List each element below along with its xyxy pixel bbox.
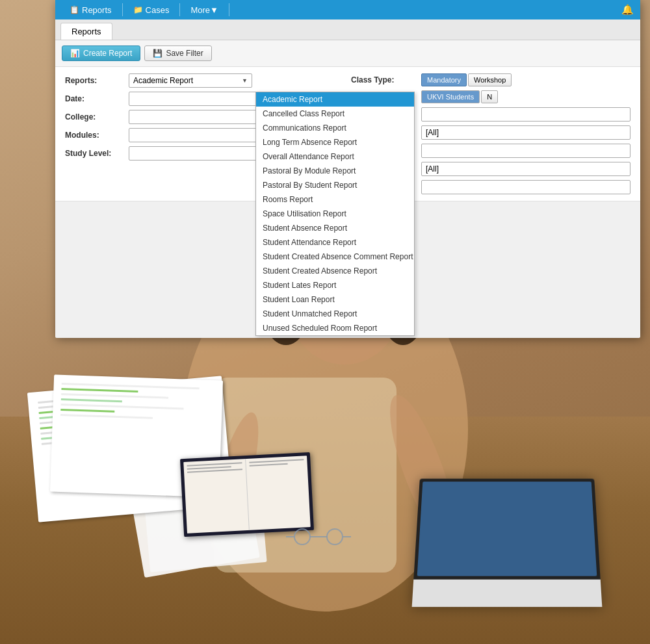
laptop xyxy=(412,479,603,607)
courses-input[interactable] xyxy=(421,125,630,140)
app-window: 📋 Reports 📁 Cases More▼ 🔔 Reports 📊 Crea… xyxy=(55,0,640,338)
dropdown-option-11[interactable]: Student Created Absence Comment Report xyxy=(256,250,414,264)
create-report-button[interactable]: 📊 Create Report xyxy=(62,45,140,61)
year-input[interactable] xyxy=(421,162,630,176)
toolbar: 📊 Create Report 💾 Save Filter xyxy=(55,40,640,67)
book-left-page xyxy=(183,459,249,534)
open-book xyxy=(180,452,314,537)
filter-area: Reports: Academic Report ▼ Academic Repo… xyxy=(55,67,640,201)
bell-icon[interactable]: 🔔 xyxy=(621,4,634,16)
nav-divider-2 xyxy=(179,3,180,16)
dropdown-option-15[interactable]: Student Unmatched Report xyxy=(256,307,414,321)
nationality-buttons: UKVI Students N xyxy=(421,90,630,103)
cases-nav-icon: 📁 xyxy=(133,5,143,14)
filter-columns: Reports: Academic Report ▼ Academic Repo… xyxy=(65,73,630,194)
nav-reports[interactable]: 📋 Reports xyxy=(62,0,120,19)
nationality-n-btn[interactable]: N xyxy=(481,90,498,103)
reports-dropdown-list: Academic Report Cancelled Class Report C… xyxy=(255,92,415,336)
nav-more[interactable]: More▼ xyxy=(183,0,226,19)
class-type-buttons: Mandatory Workshop xyxy=(421,73,630,86)
dropdown-option-7[interactable]: Rooms Report xyxy=(256,192,414,207)
college-year-input[interactable] xyxy=(421,144,630,158)
dropdown-option-1[interactable]: Cancelled Class Report xyxy=(256,107,414,121)
reports-select-wrapper: Academic Report ▼ Academic Report Cancel… xyxy=(129,73,338,88)
date-label: Date: xyxy=(65,94,124,103)
dropdown-option-10[interactable]: Student Attendance Report xyxy=(256,235,414,250)
left-form-grid: Reports: Academic Report ▼ Academic Repo… xyxy=(65,73,338,161)
college-label: College: xyxy=(65,112,124,122)
modules-label: Modules: xyxy=(65,131,124,140)
svg-point-10 xyxy=(294,529,310,545)
reports-dropdown[interactable]: Academic Report ▼ xyxy=(129,73,252,88)
dropdown-option-2[interactable]: Communications Report xyxy=(256,121,414,135)
nav-divider-1 xyxy=(122,3,123,16)
svg-point-11 xyxy=(327,529,343,545)
class-type-workshop-btn[interactable]: Workshop xyxy=(468,73,512,86)
save-filter-icon: 💾 xyxy=(153,49,162,58)
nav-divider-3 xyxy=(229,3,229,16)
book-right-page xyxy=(246,456,311,530)
book-pages xyxy=(183,456,310,534)
ukvi-students-btn[interactable]: UKVI Students xyxy=(421,90,480,103)
dropdown-option-3[interactable]: Long Term Absence Report xyxy=(256,135,414,149)
dropdown-option-12[interactable]: Student Created Absence Report xyxy=(256,264,414,278)
reports-nav-icon: 📋 xyxy=(70,5,79,14)
dropdown-option-13[interactable]: Student Lates Report xyxy=(256,278,414,292)
tab-reports[interactable]: Reports xyxy=(60,23,112,40)
schools-input[interactable] xyxy=(421,107,630,122)
dropdown-option-5[interactable]: Pastoral By Module Report xyxy=(256,164,414,178)
class-type-label: Class Type: xyxy=(351,75,416,84)
dropdown-option-8[interactable]: Space Utilisation Report xyxy=(256,207,414,221)
filter-left-col: Reports: Academic Report ▼ Academic Repo… xyxy=(65,73,338,194)
laptop-screen xyxy=(413,479,600,580)
create-report-icon: 📊 xyxy=(70,49,80,58)
tab-bar: Reports xyxy=(55,19,640,40)
reports-label: Reports: xyxy=(65,76,124,85)
nav-cases[interactable]: 📁 Cases xyxy=(125,0,177,19)
dropdown-option-9[interactable]: Student Absence Report xyxy=(256,221,414,235)
study-level-label: Study Level: xyxy=(65,149,124,158)
dropdown-option-6[interactable]: Pastoral By Student Report xyxy=(256,178,414,192)
save-filter-button[interactable]: 💾 Save Filter xyxy=(144,45,211,61)
dropdown-option-4[interactable]: Overall Attendance Report xyxy=(256,149,414,164)
nav-bar: 📋 Reports 📁 Cases More▼ 🔔 xyxy=(55,0,640,19)
dropdown-option-0[interactable]: Academic Report xyxy=(256,92,414,107)
dropdown-arrow-icon: ▼ xyxy=(242,77,248,84)
lesson-type-input[interactable] xyxy=(421,180,630,194)
dropdown-option-16[interactable]: Unused Scheduled Room Report xyxy=(256,321,414,335)
glasses xyxy=(286,527,351,547)
class-type-mandatory-btn[interactable]: Mandatory xyxy=(421,73,467,86)
dropdown-option-14[interactable]: Student Loan Report xyxy=(256,292,414,307)
